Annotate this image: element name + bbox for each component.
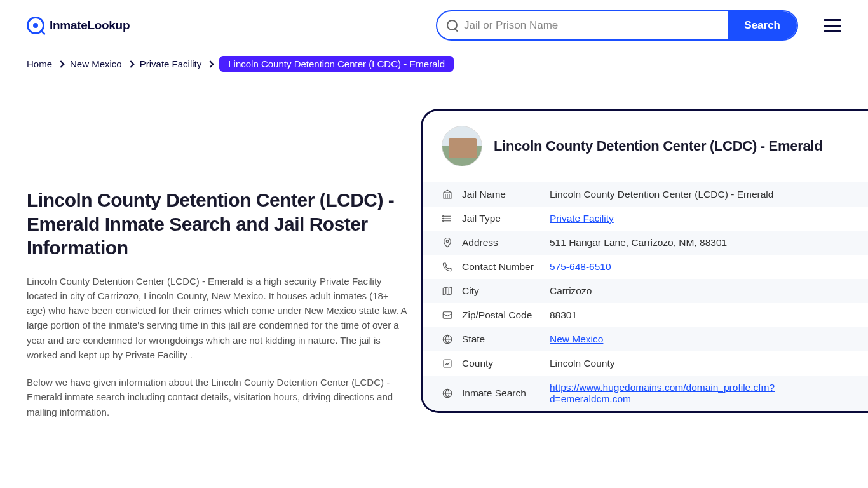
info-row: CityCarrizozo — [423, 279, 868, 303]
row-value: New Mexico — [550, 334, 603, 345]
card-title: Lincoln County Detention Center (LCDC) -… — [494, 138, 822, 154]
info-row: Jail TypePrivate Facility — [423, 207, 868, 231]
svg-rect-13 — [443, 312, 452, 319]
menu-icon[interactable] — [824, 19, 841, 32]
row-icon — [442, 285, 453, 297]
breadcrumb: Home New Mexico Private Facility Lincoln… — [0, 51, 868, 83]
info-card-wrap: Lincoln County Detention Center (LCDC) -… — [421, 109, 868, 413]
row-value: Lincoln County — [550, 358, 615, 369]
row-value: Lincoln County Detention Center (LCDC) -… — [550, 189, 773, 200]
row-label: Jail Name — [462, 189, 541, 200]
page-title: Lincoln County Detention Center (LCDC) -… — [27, 188, 408, 260]
main-text: Lincoln County Detention Center (LCDC) -… — [27, 109, 408, 432]
svg-point-8 — [443, 218, 444, 219]
info-row: Jail NameLincoln County Detention Center… — [423, 182, 868, 207]
svg-point-7 — [443, 216, 444, 217]
row-label: Jail Type — [462, 213, 541, 224]
row-label: State — [462, 334, 541, 345]
row-icon — [442, 261, 453, 273]
logo[interactable]: InmateLookup — [27, 17, 130, 34]
info-row: StateNew Mexico — [423, 327, 868, 351]
row-icon — [442, 237, 453, 248]
row-link[interactable]: New Mexico — [550, 334, 603, 344]
row-value: https://www.hugedomains.com/domain_profi… — [550, 382, 849, 405]
card-header: Lincoln County Detention Center (LCDC) -… — [423, 111, 868, 182]
row-value: Carrizozo — [550, 285, 592, 297]
logo-icon — [27, 17, 44, 34]
row-link[interactable]: https://www.hugedomains.com/domain_profi… — [550, 382, 775, 404]
row-label: Contact Number — [462, 261, 541, 273]
info-row: Contact Number575-648-6510 — [423, 255, 868, 279]
row-link[interactable]: Private Facility — [550, 213, 614, 224]
breadcrumb-current: Lincoln County Detention Center (LCDC) -… — [219, 56, 454, 72]
header-right: Search — [436, 10, 841, 41]
row-icon — [442, 334, 453, 345]
info-rows: Jail NameLincoln County Detention Center… — [423, 182, 868, 411]
info-row: Address511 Hangar Lane, Carrizozo, NM, 8… — [423, 231, 868, 255]
search-button[interactable]: Search — [728, 11, 797, 39]
row-label: Zip/Postal Code — [462, 309, 541, 321]
row-value: Private Facility — [550, 213, 614, 224]
row-value: 575-648-6510 — [550, 261, 611, 273]
row-icon — [442, 189, 453, 200]
info-row: Zip/Postal Code88301 — [423, 303, 868, 327]
row-value: 511 Hangar Lane, Carrizozo, NM, 88301 — [550, 237, 727, 248]
intro-paragraph: Below we have given information about th… — [27, 375, 408, 419]
row-icon — [442, 388, 453, 399]
row-link[interactable]: 575-648-6510 — [550, 261, 611, 272]
row-icon — [442, 213, 453, 224]
row-icon — [442, 358, 453, 369]
breadcrumb-link[interactable]: Home — [27, 58, 52, 69]
breadcrumb-link[interactable]: Private Facility — [140, 58, 202, 69]
svg-point-10 — [446, 240, 449, 243]
info-row: Inmate Searchhttps://www.hugedomains.com… — [423, 376, 868, 411]
chevron-right-icon — [57, 60, 64, 67]
facility-avatar — [442, 126, 482, 166]
search-input[interactable] — [464, 19, 728, 32]
chevron-right-icon — [207, 60, 214, 67]
search-icon — [446, 19, 459, 32]
info-row: CountyLincoln County — [423, 351, 868, 376]
row-label: County — [462, 358, 541, 369]
svg-point-9 — [443, 220, 444, 222]
row-icon — [442, 309, 453, 321]
search-bar: Search — [436, 10, 798, 41]
intro-paragraph: Lincoln County Detention Center (LCDC) -… — [27, 274, 408, 363]
header: InmateLookup Search — [0, 0, 868, 51]
breadcrumb-link[interactable]: New Mexico — [70, 58, 122, 69]
row-label: Address — [462, 237, 541, 248]
row-value: 88301 — [550, 309, 577, 321]
logo-text: InmateLookup — [50, 18, 130, 32]
content: Lincoln County Detention Center (LCDC) -… — [0, 83, 868, 458]
info-card: Lincoln County Detention Center (LCDC) -… — [421, 109, 868, 413]
row-label: City — [462, 285, 541, 297]
row-label: Inmate Search — [462, 388, 541, 399]
chevron-right-icon — [127, 60, 134, 67]
